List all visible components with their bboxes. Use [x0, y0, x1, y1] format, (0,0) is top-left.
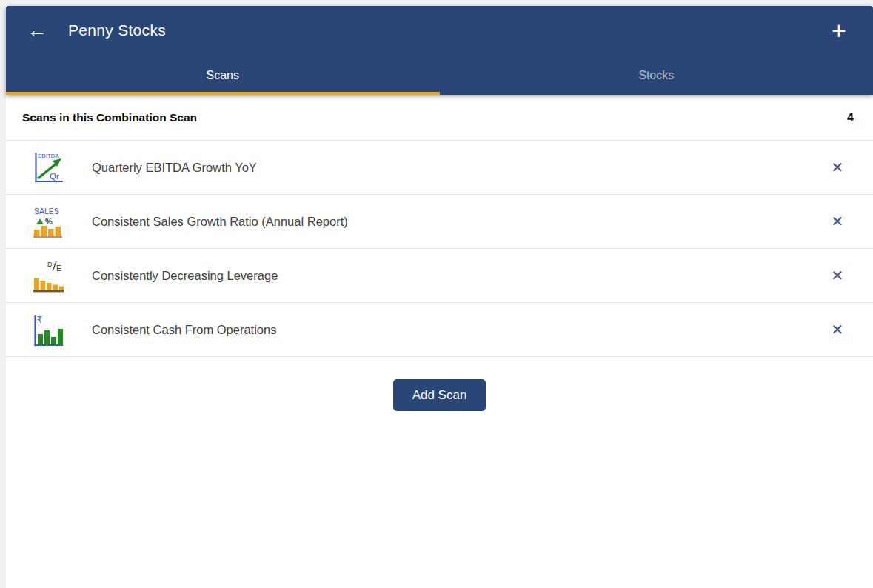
scan-count-badge: 4: [847, 111, 854, 124]
icon-text-ebitda: EBITDA: [38, 153, 60, 159]
section-header: Scans in this Combination Scan 4: [6, 95, 873, 141]
plus-icon: +: [832, 18, 846, 43]
close-icon: ✕: [832, 158, 844, 176]
page-title: Penny Stocks: [68, 21, 166, 39]
scan-row-cash-operations[interactable]: ₹ Consistent Cash From Operations ✕: [6, 303, 873, 357]
back-button[interactable]: ←: [22, 16, 52, 45]
scan-list: EBITDA Qr Quarterly EBITDA Growth YoY ✕ …: [6, 141, 873, 357]
tab-scans[interactable]: Scans: [6, 59, 440, 92]
scan-label: Quarterly EBITDA Growth YoY: [92, 161, 257, 175]
scan-label: Consistently Decreasing Leverage: [92, 269, 278, 283]
sales-growth-bar-chart-icon: SALES %: [33, 204, 64, 238]
icon-text-e: E: [56, 264, 61, 273]
remove-scan-button[interactable]: ✕: [827, 157, 848, 178]
icon-text-rupee: ₹: [37, 315, 43, 325]
ebitda-quarterly-growth-chart-icon: EBITDA Qr: [33, 150, 64, 184]
scan-row-ebitda-growth[interactable]: EBITDA Qr Quarterly EBITDA Growth YoY ✕: [6, 141, 873, 195]
close-icon: ✕: [832, 321, 844, 338]
remove-scan-button[interactable]: ✕: [827, 265, 848, 286]
tab-bar: Scans Stocks: [6, 59, 873, 92]
header-toolbar: ← Penny Stocks +: [6, 6, 873, 55]
add-scan-button[interactable]: Add Scan: [393, 379, 486, 411]
icon-text-d: D: [47, 261, 53, 268]
icon-text-sales: SALES: [34, 207, 59, 216]
icon-text-qr: Qr: [50, 172, 59, 181]
add-button[interactable]: +: [824, 16, 854, 45]
close-icon: ✕: [832, 267, 844, 284]
close-icon: ✕: [832, 213, 844, 230]
rupee-cash-bar-chart-icon: ₹: [33, 313, 64, 347]
scan-row-decreasing-leverage[interactable]: D E Consistently Decreasing Leverage ✕: [6, 249, 873, 303]
scan-row-sales-growth[interactable]: SALES % Consistent Sales Growth Ratio (A…: [6, 195, 873, 249]
button-container: Add Scan: [6, 379, 873, 411]
scan-label: Consistent Sales Growth Ratio (Annual Re…: [92, 215, 348, 229]
remove-scan-button[interactable]: ✕: [827, 211, 848, 232]
back-arrow-icon: ←: [27, 20, 47, 41]
remove-scan-button[interactable]: ✕: [827, 319, 848, 340]
debt-equity-decreasing-bars-icon: D E: [33, 258, 64, 293]
tab-stocks[interactable]: Stocks: [440, 59, 873, 92]
app-header: ← Penny Stocks + Scans Stocks: [6, 6, 873, 95]
app-window: ← Penny Stocks + Scans Stocks Scans in t…: [6, 6, 873, 588]
active-tab-underline: [6, 92, 440, 95]
scan-label: Consistent Cash From Operations: [92, 323, 276, 337]
section-title: Scans in this Combination Scan: [22, 111, 197, 124]
icon-text-percent: %: [45, 217, 53, 226]
